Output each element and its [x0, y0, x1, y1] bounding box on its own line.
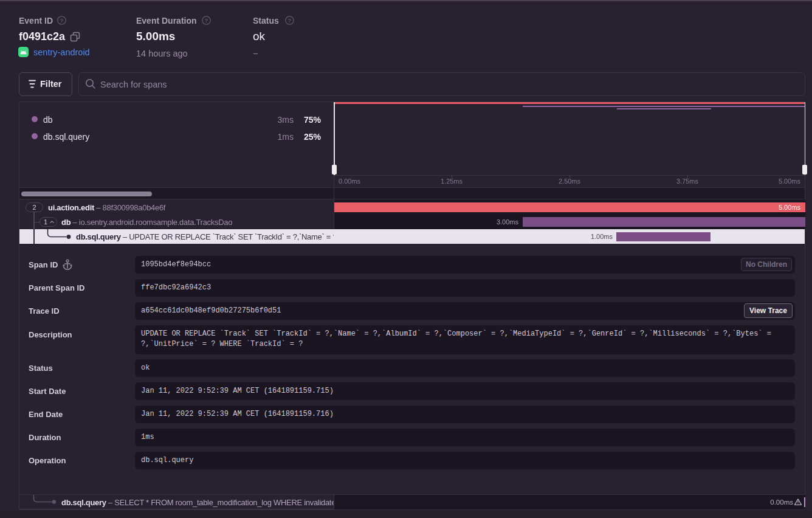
svg-text:?: ? — [60, 17, 64, 24]
svg-text:?: ? — [288, 17, 292, 24]
svg-text:?: ? — [205, 17, 208, 24]
